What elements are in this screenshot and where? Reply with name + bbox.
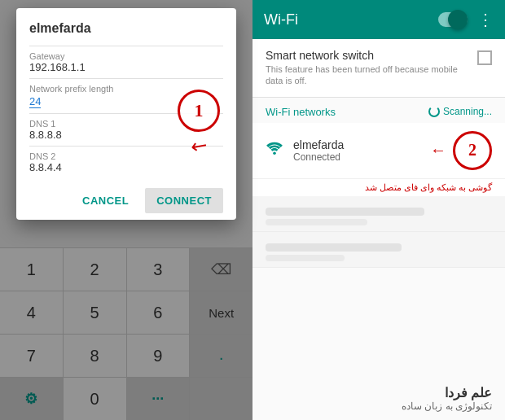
persian-annotation: گوشی به شبکه وای فای متصل شد (253, 179, 505, 196)
wifi-header: Wi-Fi ⋮ (253, 0, 505, 39)
scanning-status: Scanning... (428, 106, 492, 117)
annotation-circle-1: 1 (178, 90, 220, 132)
network-item-elmefarda[interactable]: elmefarda Connected ← 2 (253, 123, 505, 179)
wifi-title: Wi-Fi (264, 11, 298, 28)
prefix-value: 24 (29, 95, 41, 108)
annotation-circle-2: 2 (453, 131, 492, 170)
dialog-title: elmefarda (29, 21, 223, 36)
smart-network-switch: Smart network switch This feature has be… (253, 39, 505, 98)
dialog-overlay: elmefarda Gateway 192.168.1.1 Network pr… (0, 0, 253, 420)
dns2-value: 8.8.4.4 (29, 161, 223, 173)
gateway-value: 192.168.1.1 (29, 61, 223, 73)
gateway-label: Gateway (29, 51, 223, 61)
right-footer: علم فردا تکنولوژی به زبان ساده (253, 377, 505, 420)
smart-switch-desc: This feature has been turned off because… (266, 63, 471, 87)
annotation-2-wrapper: ← 2 (427, 131, 492, 170)
menu-icon[interactable]: ⋮ (477, 10, 494, 29)
blurred-network-1 (253, 196, 505, 232)
brand-name: علم فردا (266, 385, 492, 400)
network-name-elmefarda: elmefarda (293, 138, 427, 151)
network-status-elmefarda: Connected (293, 151, 427, 163)
dialog-actions: CANCEL CONNECT (29, 185, 223, 213)
smart-switch-text: Smart network switch This feature has be… (266, 49, 471, 87)
header-icons: ⋮ (438, 10, 494, 29)
brand-tagline: تکنولوژی به زبان ساده (266, 400, 492, 412)
connect-button[interactable]: CONNECT (145, 188, 223, 213)
wifi-signal-icon (266, 141, 283, 160)
annotation-arrow-2: ← (430, 141, 446, 160)
gateway-row: Gateway 192.168.1.1 (29, 46, 223, 78)
smart-switch-label: Smart network switch (266, 49, 471, 62)
left-panel: elmefarda Gateway 192.168.1.1 Network pr… (0, 0, 253, 420)
wifi-toggle[interactable] (438, 12, 468, 27)
blurred-network-2 (253, 232, 505, 268)
scan-spinner-icon (428, 106, 440, 117)
wifi-networks-title: Wi-Fi networks (266, 106, 336, 118)
right-panel: Wi-Fi ⋮ Smart network switch This featur… (253, 0, 505, 420)
network-info-elmefarda: elmefarda Connected (293, 138, 427, 163)
wifi-section-header: Wi-Fi networks Scanning... (253, 98, 505, 123)
svg-point-0 (273, 152, 276, 155)
smart-switch-checkbox[interactable] (477, 50, 492, 65)
cancel-button[interactable]: CANCEL (72, 188, 138, 213)
